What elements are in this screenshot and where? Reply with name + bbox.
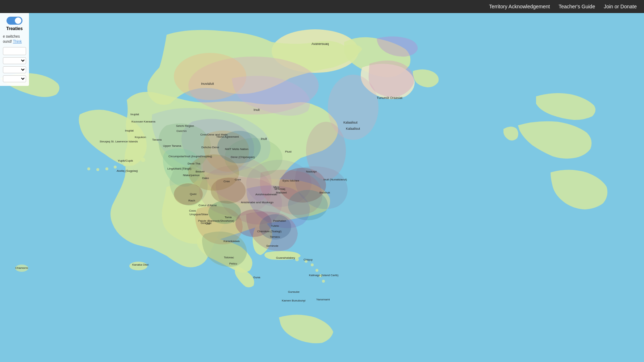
svg-text:Coeur d'Alene: Coeur d'Alene xyxy=(198,204,217,207)
dropdown-1[interactable] xyxy=(3,57,26,64)
svg-text:Inuit (Nunatsiavut): Inuit (Nunatsiavut) xyxy=(323,178,347,181)
svg-text:Dene (Chipewyan): Dene (Chipewyan) xyxy=(231,155,255,159)
toggle-container: Treaties xyxy=(3,17,26,31)
svg-text:Kalinago (Island Carib): Kalinago (Island Carib) xyxy=(309,274,339,277)
svg-text:Gunsuke: Gunsuke xyxy=(288,290,300,294)
svg-text:Tunumiit Oraasiat: Tunumiit Oraasiat xyxy=(377,96,402,100)
sidebar-info: e switches ound! Think xyxy=(3,34,26,44)
svg-text:Tamacu: Tamacu xyxy=(270,235,280,238)
svg-text:Lingit/Aani (Tlingit): Lingit/Aani (Tlingit) xyxy=(167,167,192,170)
svg-text:Beothuk: Beothuk xyxy=(319,191,330,194)
svg-text:Chiquy: Chiquy xyxy=(304,258,313,261)
svg-point-5 xyxy=(174,53,246,100)
svg-text:Tanana: Tanana xyxy=(152,138,162,141)
svg-text:Inuit: Inuit xyxy=(261,137,267,141)
svg-point-32 xyxy=(322,280,325,283)
svg-text:Piust: Piust xyxy=(285,150,292,153)
dropdown-row-2 xyxy=(3,66,26,73)
svg-point-29 xyxy=(311,263,314,266)
svg-text:Peiicu: Peiicu xyxy=(229,262,237,265)
svg-text:Inuvialuit: Inuvialuit xyxy=(201,82,214,86)
svg-point-24 xyxy=(105,167,108,170)
svg-point-12 xyxy=(288,190,328,220)
svg-point-22 xyxy=(123,163,127,166)
svg-text:Ute: Ute xyxy=(206,222,210,225)
svg-text:Dako: Dako xyxy=(202,176,209,180)
svg-text:Chamorro: Chamorro xyxy=(15,266,28,270)
svg-text:Guanahatabey: Guanahatabey xyxy=(276,256,295,259)
svg-text:Sivuqaq St. Lawrence Islands: Sivuqaq St. Lawrence Islands xyxy=(100,140,138,143)
svg-text:Cree: Cree xyxy=(235,178,241,181)
dropdown-2[interactable] xyxy=(3,66,26,73)
svg-text:Inuit: Inuit xyxy=(254,108,260,112)
map-container[interactable]: Avanersuaq Inuvialuit Tunumiit Oraasiat … xyxy=(0,13,644,362)
treaties-label: Treaties xyxy=(6,26,22,31)
search-input[interactable] xyxy=(3,47,26,55)
svg-text:Umpqua/Silaw: Umpqua/Silaw xyxy=(189,213,208,216)
svg-point-30 xyxy=(315,269,318,272)
svg-point-20 xyxy=(141,158,145,162)
svg-text:Kalaalisut: Kalaalisut xyxy=(346,127,360,130)
svg-text:Beaver: Beaver xyxy=(196,170,205,173)
svg-text:Kamen Bunubunyi: Kamen Bunubunyi xyxy=(282,299,306,302)
svg-text:Setchi Region: Setchi Region xyxy=(176,124,194,128)
svg-text:Rach: Rach xyxy=(188,199,195,202)
svg-text:Yupik/Cupik: Yupik/Cupik xyxy=(118,159,133,162)
svg-text:Inuplat: Inuplat xyxy=(130,113,139,116)
svg-text:Dene Tha: Dene Tha xyxy=(188,162,201,165)
treaties-toggle[interactable] xyxy=(7,17,22,25)
svg-text:Upper Tanana: Upper Tanana xyxy=(163,144,181,147)
svg-text:Yanomami: Yanomami xyxy=(316,298,330,301)
svg-text:Kanaka Oiwi: Kanaka Oiwi xyxy=(132,263,149,266)
svg-text:Nlaka'pamux: Nlaka'pamux xyxy=(183,174,200,177)
header: Territory Acknowledgement Teacher's Guid… xyxy=(0,0,644,13)
svg-text:Tutelo: Tutelo xyxy=(271,224,279,228)
svg-text:Koyukon: Koyukon xyxy=(135,136,146,139)
svg-text:Kuuvuan Kanaana: Kuuvuan Kanaana xyxy=(131,120,155,123)
svg-text:Cherokee (Tsalagi): Cherokee (Tsalagi) xyxy=(257,230,281,233)
svg-text:Avanersuaq: Avanersuaq xyxy=(311,42,329,46)
dropdown-row-3 xyxy=(3,75,26,82)
svg-text:Seminole: Seminole xyxy=(266,244,279,247)
svg-text:Maliseet: Maliseet xyxy=(276,191,287,194)
svg-text:Anishinabe and Muskego: Anishinabe and Muskego xyxy=(241,201,273,204)
sidebar: Treaties e switches ound! Think xyxy=(0,13,29,86)
svg-text:Circumpolar/Inuit (Inupiat/Inu: Circumpolar/Inuit (Inupiat/Inupiaq) xyxy=(168,155,212,158)
teachers-guide-link[interactable]: Teacher's Guide xyxy=(559,4,595,9)
svg-point-23 xyxy=(114,166,117,168)
svg-text:Paiute (Bannock/Shoshone): Paiute (Bannock/Shoshone) xyxy=(198,219,234,222)
svg-text:Eyou Istchee: Eyou Istchee xyxy=(283,179,300,182)
svg-text:Tama: Tama xyxy=(225,216,232,219)
svg-text:Guna: Guna xyxy=(253,276,260,279)
svg-text:Totonac: Totonac xyxy=(224,256,234,259)
svg-text:Quec: Quec xyxy=(190,192,197,196)
svg-text:Kalaalisut: Kalaalisut xyxy=(343,121,358,124)
svg-text:Powhatan: Powhatan xyxy=(273,219,286,222)
territory-acknowledgement-link[interactable]: Territory Acknowledgement xyxy=(489,4,550,9)
svg-text:Mics: Mics xyxy=(273,186,279,189)
svg-text:Cree: Cree xyxy=(223,180,230,183)
svg-text:Inuplat: Inuplat xyxy=(125,129,134,132)
svg-point-27 xyxy=(295,258,299,261)
svg-text:Cree/Dene and Metis: Cree/Dene and Metis xyxy=(200,133,228,136)
svg-text:Naskapi: Naskapi xyxy=(306,170,317,173)
svg-text:Dehcho Dene: Dehcho Dene xyxy=(201,146,219,149)
map-svg[interactable]: Avanersuaq Inuvialuit Tunumiit Oraasiat … xyxy=(0,13,644,362)
svg-text:Coos: Coos xyxy=(189,209,196,212)
svg-point-26 xyxy=(87,167,90,170)
svg-text:Gwichin: Gwichin xyxy=(176,129,187,133)
join-donate-link[interactable]: Join or Donate xyxy=(604,4,637,9)
dropdown-3[interactable] xyxy=(3,75,26,82)
svg-point-25 xyxy=(96,168,99,171)
svg-text:NWT Metis Nation: NWT Metis Nation xyxy=(225,147,248,151)
info-text: e switches xyxy=(3,34,20,38)
svg-text:Anishinaabewaki: Anishinaabewaki xyxy=(255,193,277,196)
info-prefix: ound! xyxy=(3,39,13,43)
info-link[interactable]: Think xyxy=(13,39,22,43)
svg-text:Karankaawa: Karankaawa xyxy=(223,240,240,243)
dropdown-row-1 xyxy=(3,57,26,64)
svg-text:Alutiiq (Sugpiaq): Alutiiq (Sugpiaq) xyxy=(117,169,138,172)
